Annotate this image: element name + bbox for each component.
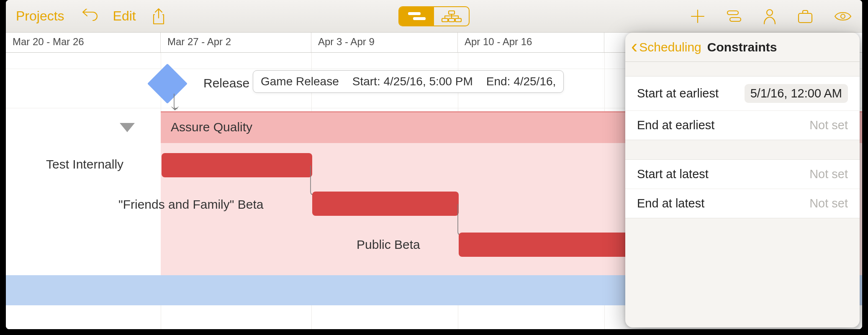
view-options-button[interactable] [834, 10, 852, 23]
view-mode-segmented[interactable] [398, 6, 470, 26]
share-icon [151, 7, 166, 26]
constraint-row-end-latest[interactable]: End at latest Not set [625, 189, 860, 218]
projects-button[interactable]: Projects [16, 8, 64, 24]
chevron-left-icon: ‹ [631, 36, 637, 56]
plus-icon [690, 8, 706, 24]
dependency-link [171, 94, 183, 114]
svg-rect-5 [455, 18, 461, 22]
resource-button[interactable] [763, 8, 777, 25]
tooltip-name: Game Release [261, 75, 339, 88]
task-bar-friends-beta[interactable] [312, 192, 459, 216]
date-column: Apr 3 - Apr 9 [311, 33, 458, 52]
constraints-popover: ‹ Scheduling Constraints Start at earlie… [625, 33, 860, 327]
popover-back-button[interactable]: ‹ Scheduling [631, 39, 701, 56]
date-column: Apr 10 - Apr 16 [458, 33, 604, 52]
popover-header: ‹ Scheduling Constraints [625, 33, 860, 62]
toolbar: Projects Edit [6, 0, 862, 33]
constraints-group-latest: Start at latest Not set End at latest No… [625, 159, 860, 218]
task-label: Public Beta [357, 238, 420, 252]
constraint-row-start-latest[interactable]: Start at latest Not set [625, 160, 860, 189]
constraint-label: Start at earliest [637, 87, 719, 100]
svg-point-10 [841, 14, 845, 18]
task-tooltip: Game Release Start: 4/25/16, 5:00 PM End… [253, 70, 564, 93]
network-view-segment[interactable] [434, 7, 469, 26]
constraint-label: End at earliest [637, 118, 714, 132]
undo-button[interactable] [80, 9, 98, 24]
edit-button[interactable]: Edit [113, 8, 136, 24]
undo-icon [80, 9, 98, 24]
inspector-button[interactable] [726, 8, 742, 24]
task-inspector-icon [726, 8, 742, 24]
project-button[interactable] [797, 8, 814, 24]
constraint-value[interactable]: Not set [809, 197, 848, 210]
constraints-group-earliest: Start at earliest 5/1/16, 12:00 AM End a… [625, 76, 860, 140]
svg-rect-6 [727, 11, 738, 15]
popover-title: Constraints [707, 40, 777, 54]
add-button[interactable] [690, 8, 706, 24]
gantt-view-segment[interactable] [399, 7, 434, 26]
constraint-value[interactable]: Not set [809, 118, 848, 132]
task-label: "Friends and Family" Beta [118, 197, 263, 212]
task-label: Combine Art and Code [186, 53, 313, 54]
date-column: Mar 20 - Mar 26 [6, 33, 161, 52]
gantt-icon [407, 10, 426, 22]
svg-rect-1 [413, 17, 426, 20]
svg-rect-4 [449, 18, 455, 22]
svg-rect-7 [730, 18, 741, 21]
svg-rect-3 [442, 18, 448, 22]
briefcase-icon [797, 8, 814, 24]
svg-rect-0 [408, 12, 421, 15]
constraint-value[interactable]: Not set [809, 167, 848, 181]
disclosure-triangle-icon[interactable] [120, 123, 135, 132]
share-button[interactable] [151, 7, 166, 26]
eye-icon [834, 10, 852, 23]
date-column: Mar 27 - Apr 2 [161, 33, 311, 52]
task-label: Release [203, 76, 249, 90]
task-bar-test-internally[interactable] [162, 153, 312, 177]
task-label: Test Internally [46, 157, 123, 171]
svg-rect-9 [799, 13, 812, 23]
constraint-row-end-earliest[interactable]: End at earliest Not set [625, 111, 860, 140]
constraint-label: End at latest [637, 197, 704, 210]
person-icon [763, 8, 777, 25]
popover-back-label: Scheduling [639, 40, 701, 54]
constraint-label: Start at latest [637, 167, 709, 181]
constraint-value[interactable]: 5/1/16, 12:00 AM [745, 84, 848, 103]
tooltip-start: Start: 4/25/16, 5:00 PM [352, 75, 473, 88]
svg-point-8 [767, 10, 773, 15]
constraint-row-start-earliest[interactable]: Start at earliest 5/1/16, 12:00 AM [625, 77, 860, 111]
svg-rect-2 [449, 11, 455, 14]
network-icon [440, 10, 463, 23]
tooltip-end: End: 4/25/16, [486, 75, 556, 88]
